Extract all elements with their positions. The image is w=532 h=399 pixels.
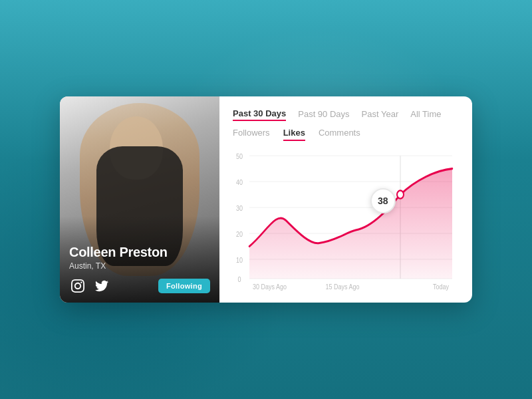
chart-svg: 50 40 30 20 10 0 xyxy=(233,148,459,293)
svg-text:Today: Today xyxy=(433,283,449,291)
profile-actions: Following xyxy=(69,277,210,295)
tab-alltime[interactable]: All Time xyxy=(410,109,441,120)
profile-card: Colleen Preston Austin, TX Followin xyxy=(60,96,472,303)
tab-followers[interactable]: Followers xyxy=(233,128,270,141)
svg-text:10: 10 xyxy=(236,256,243,264)
chart-area xyxy=(249,169,452,279)
svg-text:30 Days Ago: 30 Days Ago xyxy=(253,283,287,291)
svg-text:0: 0 xyxy=(237,275,241,283)
profile-info: Colleen Preston Austin, TX Followin xyxy=(60,237,219,303)
follow-button[interactable]: Following xyxy=(158,279,210,293)
chart-container: 50 40 30 20 10 0 xyxy=(233,148,459,293)
svg-text:15 Days Ago: 15 Days Ago xyxy=(325,283,359,291)
social-icons xyxy=(69,277,110,295)
time-tabs: Past 30 Days Past 90 Days Past Year All … xyxy=(233,108,459,121)
tab-past30[interactable]: Past 30 Days xyxy=(233,108,286,121)
tab-likes[interactable]: Likes xyxy=(283,128,305,141)
tab-pastyear[interactable]: Past Year xyxy=(362,109,399,120)
data-point-value: 38 xyxy=(378,196,388,206)
svg-text:30: 30 xyxy=(236,204,243,212)
stats-panel: Past 30 Days Past 90 Days Past Year All … xyxy=(219,96,472,303)
profile-location: Austin, TX xyxy=(69,261,210,271)
profile-name: Colleen Preston xyxy=(69,245,210,260)
chart-datapoint xyxy=(397,190,404,198)
twitter-icon[interactable] xyxy=(93,277,110,295)
metric-tabs: Followers Likes Comments xyxy=(233,128,459,141)
tab-past90[interactable]: Past 90 Days xyxy=(298,109,349,120)
tab-comments[interactable]: Comments xyxy=(319,128,360,141)
data-point-bubble: 38 xyxy=(370,188,396,213)
profile-panel: Colleen Preston Austin, TX Followin xyxy=(60,96,219,303)
svg-text:50: 50 xyxy=(236,152,243,160)
svg-text:20: 20 xyxy=(236,230,243,238)
instagram-icon[interactable] xyxy=(69,277,86,295)
svg-text:40: 40 xyxy=(236,178,243,186)
